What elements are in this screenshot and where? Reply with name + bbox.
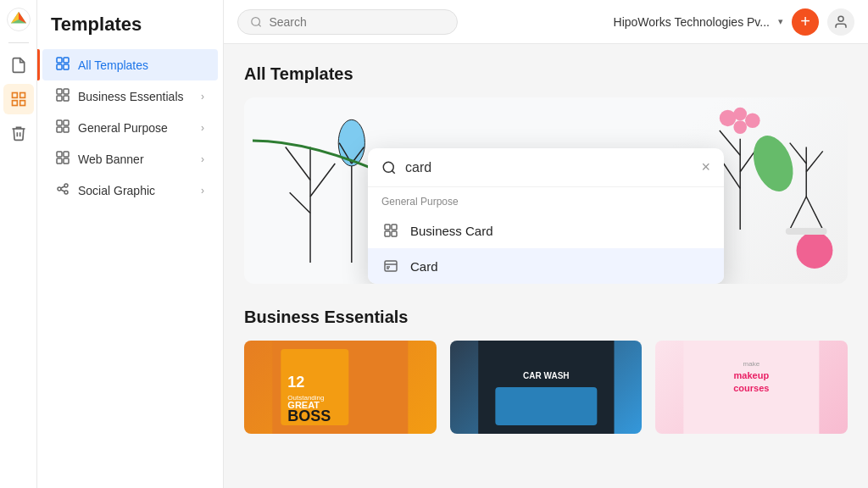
svg-rect-10 — [64, 89, 69, 94]
template-card-1[interactable]: 12 Outstanding GREAT BOSS — [244, 341, 437, 434]
chevron-icon: › — [201, 153, 204, 165]
sidebar-item-general-purpose[interactable]: General Purpose › — [42, 112, 218, 143]
dropdown-result-business-card[interactable]: Business Card — [368, 213, 724, 248]
close-icon[interactable]: × — [701, 158, 710, 176]
svg-rect-54 — [786, 228, 827, 235]
search-box[interactable] — [237, 9, 458, 35]
company-name: HipoWorks Technologies Pv... — [614, 15, 770, 29]
svg-text:makeup: makeup — [734, 370, 770, 380]
sidebar-title: Templates — [37, 14, 223, 49]
social-graphic-icon — [56, 182, 70, 198]
main-area: HipoWorks Technologies Pv... ▾ + All Tem… — [224, 0, 868, 488]
svg-rect-15 — [57, 127, 62, 132]
business-essentials-section: Business Essentials 12 Outstanding GREAT… — [244, 308, 848, 434]
sidebar: Templates All Templates Business Essenti… — [37, 0, 224, 488]
svg-text:courses: courses — [734, 383, 770, 393]
topbar: HipoWorks Technologies Pv... ▾ + — [224, 0, 868, 44]
app-logo[interactable] — [6, 7, 31, 36]
svg-rect-17 — [57, 152, 62, 157]
svg-text:make: make — [743, 360, 760, 368]
business-card-label: Business Card — [410, 224, 493, 238]
sidebar-item-all-templates[interactable]: All Templates — [42, 49, 218, 80]
web-banner-icon — [56, 151, 70, 167]
dropdown-result-card[interactable]: Card — [368, 248, 724, 284]
icon-bar — [0, 0, 37, 488]
dropdown-search-icon — [381, 160, 397, 175]
svg-line-56 — [392, 170, 394, 173]
svg-rect-1 — [12, 93, 17, 98]
content-area: All Templates — [224, 44, 868, 488]
company-dropdown-arrow[interactable]: ▾ — [778, 16, 783, 27]
svg-rect-57 — [385, 225, 390, 230]
svg-rect-18 — [64, 152, 69, 157]
svg-rect-13 — [57, 120, 62, 125]
svg-point-28 — [838, 16, 843, 21]
all-templates-icon — [56, 57, 70, 73]
svg-point-21 — [58, 187, 61, 191]
dropdown-section-label: General Purpose — [368, 187, 724, 213]
svg-point-48 — [746, 130, 800, 197]
svg-rect-9 — [57, 89, 62, 94]
sidebar-icon-trash[interactable] — [3, 118, 34, 148]
svg-line-25 — [61, 190, 64, 191]
svg-line-30 — [286, 147, 310, 180]
sidebar-item-label: All Templates — [78, 58, 148, 72]
svg-rect-61 — [385, 261, 397, 271]
svg-point-34 — [338, 119, 364, 166]
template-card-3[interactable]: make makeup courses — [655, 341, 848, 434]
svg-rect-16 — [64, 127, 69, 132]
search-input[interactable] — [269, 15, 445, 29]
svg-rect-58 — [392, 225, 397, 230]
svg-point-55 — [383, 162, 393, 172]
svg-line-24 — [61, 186, 64, 188]
sidebar-item-label: Business Essentials — [78, 90, 184, 103]
svg-point-45 — [733, 108, 747, 121]
template-card-2[interactable]: CAR WASH — [450, 341, 643, 434]
svg-rect-7 — [57, 64, 62, 69]
svg-rect-2 — [19, 93, 25, 98]
add-button[interactable]: + — [792, 8, 819, 36]
chevron-icon: › — [201, 122, 204, 134]
svg-point-44 — [720, 110, 737, 127]
search-dropdown: × General Purpose Business Card — [368, 148, 724, 284]
user-icon[interactable] — [827, 8, 854, 36]
sidebar-item-label: Web Banner — [78, 152, 144, 166]
svg-rect-60 — [392, 231, 397, 236]
sidebar-item-business-essentials[interactable]: Business Essentials › — [42, 80, 218, 112]
svg-rect-4 — [19, 101, 25, 106]
svg-point-23 — [64, 191, 68, 194]
svg-rect-12 — [64, 96, 69, 101]
chevron-icon: › — [201, 91, 204, 103]
svg-rect-6 — [64, 58, 69, 63]
dropdown-search-box: × — [368, 148, 724, 187]
dropdown-search-input[interactable] — [405, 160, 693, 175]
sidebar-item-label: Social Graphic — [78, 184, 155, 197]
svg-rect-5 — [57, 58, 62, 63]
svg-text:BOSS: BOSS — [287, 408, 331, 424]
divider — [8, 42, 29, 43]
svg-marker-49 — [790, 197, 823, 230]
hero-banner: Create beautiful documents × General Pur… — [244, 97, 848, 284]
svg-line-27 — [259, 24, 261, 26]
svg-line-42 — [740, 143, 760, 172]
business-essentials-icon — [56, 88, 70, 104]
sidebar-item-social-graphic[interactable]: Social Graphic › — [42, 175, 218, 206]
template-card-row: 12 Outstanding GREAT BOSS CAR WASH — [244, 341, 848, 434]
svg-rect-11 — [57, 96, 62, 101]
svg-point-53 — [797, 232, 833, 269]
sidebar-icon-document[interactable] — [3, 50, 34, 80]
sidebar-item-web-banner[interactable]: Web Banner › — [42, 143, 218, 175]
sidebar-icon-templates[interactable] — [3, 84, 34, 114]
business-card-icon — [381, 221, 400, 240]
be-section-title: Business Essentials — [244, 308, 848, 327]
svg-rect-20 — [64, 158, 69, 164]
page-title: All Templates — [244, 64, 848, 84]
svg-line-51 — [790, 143, 807, 164]
svg-rect-75 — [495, 387, 597, 425]
search-icon — [250, 15, 262, 29]
svg-text:CAR WASH: CAR WASH — [523, 371, 569, 380]
general-purpose-icon — [56, 119, 70, 136]
svg-point-47 — [733, 120, 747, 134]
svg-line-52 — [806, 151, 823, 171]
svg-rect-19 — [57, 158, 62, 164]
